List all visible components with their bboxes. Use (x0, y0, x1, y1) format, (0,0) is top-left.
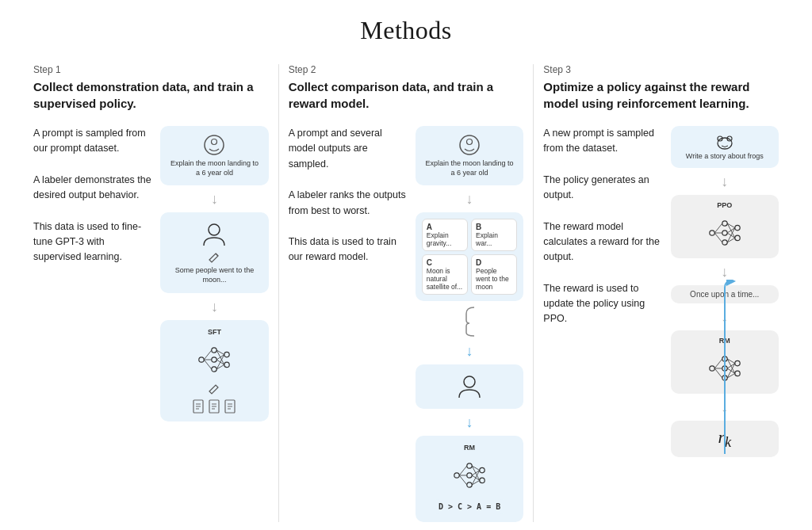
frog-icon (714, 132, 736, 150)
step-3-frog-card: Write a story about frogs (671, 126, 779, 168)
rm-label: RM (464, 444, 475, 452)
step-1-para-3: This data is used to fine-tune GPT-3 wit… (33, 219, 152, 265)
arrow-2-2: ↓ (466, 344, 473, 358)
step-1-labeler-text: Some people went to the moon... (170, 266, 259, 284)
svg-point-16 (212, 139, 217, 145)
arrow-3-1: ↓ (721, 174, 728, 189)
step-3-text: A new prompt is sampled from the dataset… (543, 126, 662, 343)
arrow-2-1: ↓ (466, 192, 473, 206)
step-3-para-1: A new prompt is sampled from the dataset… (543, 126, 662, 157)
labeler-icon (200, 220, 228, 249)
step-2-rm-card: RM D > C > A = B (416, 436, 524, 522)
svg-point-17 (209, 224, 220, 235)
arrow-1-2: ↓ (211, 299, 218, 314)
step-1-content: A prompt is sampled from our prompt data… (33, 126, 269, 421)
option-d: D People went to the moon (471, 254, 517, 295)
option-c: C Moon is natural satellite of... (422, 254, 468, 295)
step-1-title: Collect demonstration data, and train a … (33, 78, 269, 112)
step-2-diagram: Explain the moon landing to a 6 year old… (416, 126, 524, 522)
pencil-icon-2 (208, 382, 220, 395)
brace-icon (463, 306, 476, 337)
step-3-label: Step 3 (543, 64, 779, 75)
moon-icon (203, 134, 225, 156)
step-1-para-2: A labeler demonstrates the desired outpu… (33, 173, 152, 204)
step-1-label: Step 1 (33, 64, 269, 75)
step-3-col: Step 3 Optimize a policy against the rew… (534, 64, 788, 522)
step-2-content: A prompt and several model outputs are s… (289, 126, 524, 522)
step-2-text: A prompt and several model outputs are s… (289, 126, 408, 281)
step-2-para-3: This data is used to train our reward mo… (289, 234, 408, 265)
sft-label: SFT (208, 328, 221, 336)
arrow-3-2: ↓ (721, 265, 728, 279)
page-title: Methods (24, 16, 788, 45)
svg-point-32 (467, 139, 473, 145)
step-1-sft-card: SFT (160, 320, 269, 421)
feedback-arrow-icon (717, 280, 741, 454)
svg-point-33 (464, 376, 475, 387)
step-1-prompt-text: Explain the moon landing to a 6 year old (170, 159, 259, 177)
ppo-label: PPO (717, 201, 732, 209)
step-2-prompt-card: Explain the moon landing to a 6 year old (416, 126, 524, 185)
moon-icon-2 (458, 134, 481, 156)
step-2-para-2: A labeler ranks the outputs from best to… (289, 188, 408, 219)
ranking-row (416, 306, 524, 337)
pencil-icon (208, 250, 220, 263)
step-1-col: Step 1 Collect demonstration data, and t… (24, 64, 279, 522)
step-1-person-card: Some people went to the moon... (160, 212, 269, 292)
step-3-title: Optimize a policy against the reward mod… (543, 78, 779, 112)
step-1-prompt-card: Explain the moon landing to a 6 year old (160, 126, 269, 185)
sft-network-icon (195, 341, 233, 379)
step-2-options-card: A Explain gravity... B Explain war... C … (416, 212, 524, 301)
ppo-network-icon (706, 214, 744, 252)
step-1-diagram: Explain the moon landing to a 6 year old… (160, 126, 269, 421)
step-2-person-card (416, 364, 524, 409)
svg-line-18 (216, 254, 218, 256)
step-2-title: Collect comparison data, and train a rew… (289, 78, 524, 112)
rm-network-icon (450, 456, 488, 494)
document-icons (192, 399, 236, 414)
step-2-col: Step 2 Collect comparison data, and trai… (279, 64, 534, 522)
arrow-2-3: ↓ (466, 415, 473, 429)
option-a: A Explain gravity... (422, 219, 468, 251)
step-3-ppo-card: PPO (671, 195, 779, 258)
step-3-frog-text: Write a story about frogs (686, 152, 764, 162)
step-1-text: A prompt is sampled from our prompt data… (33, 126, 152, 281)
step-3-para-4: The reward is used to update the policy … (543, 281, 662, 327)
option-b: B Explain war... (471, 219, 517, 251)
step-3-diagram: Write a story about frogs ↓ PPO ↓ Once u… (671, 126, 779, 462)
steps-container: Step 1 Collect demonstration data, and t… (24, 64, 788, 522)
doc-icon-1 (192, 399, 205, 414)
arrow-1-1: ↓ (211, 192, 218, 206)
rm-ranking: D > C > A = B (432, 499, 507, 514)
options-grid: A Explain gravity... B Explain war... C … (422, 219, 518, 295)
step-3-para-2: The policy generates an output. (543, 173, 662, 204)
step-3-para-3: The reward model calculates a reward for… (543, 219, 662, 265)
step-2-prompt-text: Explain the moon landing to a 6 year old (425, 159, 515, 177)
step-2-label: Step 2 (289, 64, 524, 75)
doc-icon-3 (224, 399, 236, 414)
step-1-para-1: A prompt is sampled from our prompt data… (33, 126, 152, 157)
labeler-icon-2 (455, 372, 484, 401)
step-3-content: A new prompt is sampled from the dataset… (543, 126, 779, 462)
doc-icon-2 (208, 399, 220, 414)
step-2-para-1: A prompt and several model outputs are s… (289, 126, 408, 172)
